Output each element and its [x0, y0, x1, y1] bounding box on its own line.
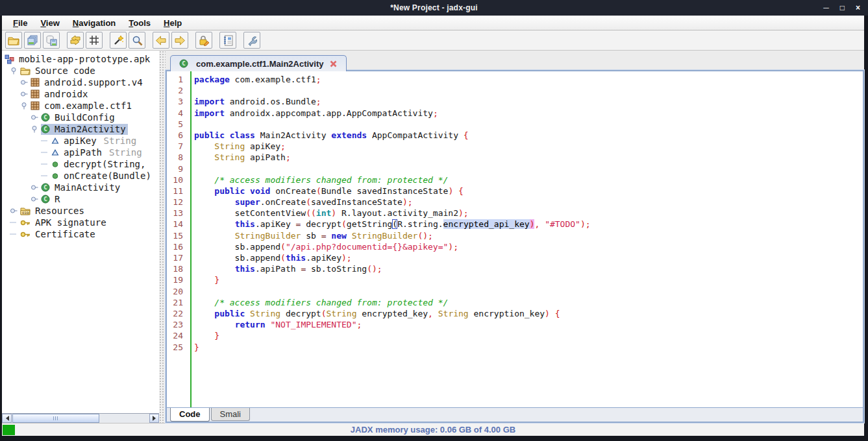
tab-main2activity[interactable]: C com.example.ctf1.Main2Activity — [170, 55, 347, 71]
line-number: 21 — [167, 297, 186, 308]
tree-item-apipath[interactable]: apiPathString — [2, 147, 159, 158]
scroll-left-button[interactable] — [2, 414, 12, 423]
code-line-2[interactable]: 2 — [167, 85, 863, 96]
flat-packages-button[interactable] — [86, 32, 103, 49]
code-line-22[interactable]: 22 public String decrypt(String encrypte… — [167, 308, 863, 319]
code-line-10[interactable]: 10 /* access modifiers changed from: pro… — [167, 174, 863, 185]
preferences-button[interactable] — [243, 32, 260, 49]
menu-view[interactable]: View — [34, 17, 66, 29]
tree-item-mobile-app-prototype-apk[interactable]: mobile-app-prototype.apk — [2, 53, 159, 65]
code-editor[interactable]: 1package com.example.ctf1;23import andro… — [167, 71, 863, 407]
search-button[interactable] — [129, 32, 145, 49]
tree-item-android-support-v4[interactable]: android.support.v4 — [2, 77, 159, 88]
code-line-6[interactable]: 6public class Main2Activity extends AppC… — [167, 130, 863, 141]
tree-expand-handle[interactable] — [10, 65, 20, 77]
code-line-20[interactable]: 20 — [167, 286, 863, 297]
code-line-11[interactable]: 11 public void onCreate(Bundle savedInst… — [167, 185, 863, 197]
code-line-1[interactable]: 1package com.example.ctf1; — [167, 74, 863, 85]
tree-item-com-example-ctf1[interactable]: com.example.ctf1 — [2, 100, 159, 112]
folder-res-icon: 010 — [20, 207, 31, 215]
line-number: 8 — [167, 152, 186, 163]
line-number: 1 — [167, 74, 186, 85]
code-line-3[interactable]: 3import android.os.Bundle; — [167, 96, 863, 107]
code-line-16[interactable]: 16 sb.append("/api.php?documentid={}&api… — [167, 241, 863, 252]
code-line-4[interactable]: 4import androidx.appcompat.app.AppCompat… — [167, 108, 863, 119]
line-number: 2 — [167, 85, 186, 96]
menu-file[interactable]: File — [6, 17, 34, 29]
tree-expand-handle[interactable] — [31, 193, 41, 205]
scrollbar-thumb[interactable] — [12, 414, 99, 423]
tree-expand-handle[interactable] — [31, 182, 41, 193]
tree-expand-handle[interactable] — [10, 205, 20, 217]
code-line-14[interactable]: 14 this.apiKey = decrypt(getString(R.str… — [167, 219, 863, 230]
panel-splitter[interactable] — [159, 51, 166, 423]
code-line-25[interactable]: 25} — [167, 342, 863, 353]
line-number: 18 — [167, 263, 186, 274]
deobfuscation-button[interactable] — [110, 32, 127, 49]
scroll-left-arrow-icon — [3, 416, 9, 421]
main-area: mobile-app-prototype.apkSource codeandro… — [2, 51, 864, 423]
code-text: /* access modifiers changed from: protec… — [186, 174, 448, 185]
menu-tools[interactable]: Tools — [122, 17, 157, 29]
log-viewer-button[interactable] — [219, 32, 236, 49]
tab-code[interactable]: Code — [170, 408, 210, 422]
tree-expand-handle[interactable] — [20, 88, 31, 100]
code-line-18[interactable]: 18 this.apiPath = sb.toString(); — [167, 263, 863, 274]
tree-item-apikey[interactable]: apiKeyString — [2, 135, 159, 147]
tab-smali[interactable]: Smali — [211, 408, 251, 421]
line-number: 11 — [167, 185, 186, 197]
tree-item-label: Certificate — [33, 229, 97, 240]
menu-navigation[interactable]: Navigation — [66, 17, 122, 29]
tree-item-source-code[interactable]: Source code — [2, 65, 159, 77]
scrollbar-track[interactable] — [12, 414, 149, 423]
code-line-5[interactable]: 5 — [167, 119, 863, 130]
code-line-12[interactable]: 12 super.onCreate(savedInstanceState); — [167, 197, 863, 208]
line-number: 7 — [167, 141, 186, 152]
code-line-13[interactable]: 13 setContentView((int) R.layout.activit… — [167, 208, 863, 219]
forward-button[interactable] — [171, 32, 188, 49]
reload-files-button[interactable] — [67, 32, 84, 49]
menu-help[interactable]: Help — [157, 17, 188, 29]
tree-expand-handle[interactable] — [31, 123, 41, 135]
minimize-button[interactable]: ─ — [823, 4, 829, 12]
svg-text:C: C — [43, 126, 47, 132]
code-line-23[interactable]: 23 return "NOT_IMPLEMENTED"; — [167, 319, 863, 330]
tree-expand-handle[interactable] — [20, 77, 31, 88]
code-line-15[interactable]: 15 StringBuilder sb = new StringBuilder(… — [167, 230, 863, 241]
close-button[interactable]: × — [856, 4, 860, 12]
tree-item-androidx[interactable]: androidx — [2, 88, 159, 100]
scroll-right-button[interactable] — [149, 414, 159, 423]
tree-item-main2activity[interactable]: CMain2Activity — [2, 123, 159, 135]
open-file-button[interactable] — [5, 32, 22, 49]
code-line-7[interactable]: 7 String apiKey; — [167, 141, 863, 152]
tree-expand-handle[interactable] — [31, 112, 41, 123]
code-line-17[interactable]: 17 sb.append(this.apiKey); — [167, 252, 863, 263]
field-icon — [51, 137, 59, 145]
code-line-21[interactable]: 21 /* access modifiers changed from: pro… — [167, 297, 863, 308]
tree-item-apk-signature[interactable]: APK signature — [2, 217, 159, 228]
tree-item-buildconfig[interactable]: CBuildConfig — [2, 112, 159, 123]
folder-open-icon — [8, 36, 19, 45]
save-all-icon — [46, 35, 57, 46]
statusbar: JADX memory usage: 0.06 GB of 4.00 GB — [2, 423, 864, 436]
code-line-8[interactable]: 8 String apiPath; — [167, 152, 863, 163]
code-line-19[interactable]: 19 } — [167, 274, 863, 285]
tree-horizontal-scrollbar[interactable] — [2, 413, 159, 423]
tree-item-decrypt-string[interactable]: decrypt(String, — [2, 158, 159, 170]
tree-item-r[interactable]: CR — [2, 193, 159, 205]
maximize-button[interactable]: □ — [840, 4, 845, 12]
tree-item-label: R — [53, 194, 62, 205]
tree-item-certificate[interactable]: Certificate — [2, 228, 159, 240]
tree-item-mainactivity[interactable]: CMainActivity — [2, 182, 159, 193]
back-button[interactable] — [153, 32, 169, 49]
rename-mode-button[interactable] — [195, 32, 212, 49]
tab-close-icon[interactable] — [329, 60, 338, 68]
tree-expand-handle[interactable] — [20, 100, 31, 112]
tree-item-resources[interactable]: 010Resources — [2, 205, 159, 217]
tree-item-oncreate-bundle[interactable]: onCreate(Bundle) — [2, 170, 159, 182]
add-files-button[interactable] — [24, 32, 41, 49]
memory-usage-text: JADX memory usage: 0.06 GB of 4.00 GB — [351, 425, 515, 435]
code-line-9[interactable]: 9 — [167, 163, 863, 174]
code-line-24[interactable]: 24 } — [167, 330, 863, 341]
save-all-button[interactable] — [43, 32, 60, 49]
